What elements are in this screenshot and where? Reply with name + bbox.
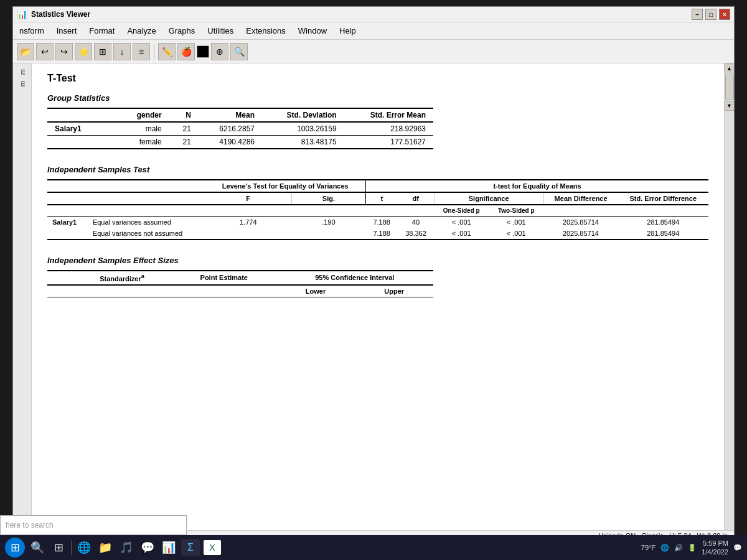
menu-utilities[interactable]: Utilities	[201, 24, 240, 38]
taskbar-time: 5:59 PM	[702, 539, 728, 548]
ind-row1-one: < .001	[434, 217, 489, 228]
eff-empty	[47, 271, 72, 285]
menu-help[interactable]: Help	[333, 24, 362, 38]
ind-sub2-stderr	[618, 205, 708, 217]
gs-col-gender: gender	[119, 108, 169, 122]
gs-row2-mean: 4190.4286	[199, 136, 262, 149]
taskbar-excel-icon[interactable]: X	[204, 540, 221, 555]
gs-row1-label: Salary1	[47, 122, 100, 136]
menu-graphs[interactable]: Graphs	[162, 24, 202, 38]
taskbar-app2-icon[interactable]: 💬	[139, 539, 156, 556]
taskbar-temperature: 79°F	[641, 544, 655, 551]
scroll-down[interactable]: ▼	[725, 101, 735, 111]
eff-ci-header: 95% Confidence Interval	[276, 271, 433, 285]
effect-sizes-table: Standardizera Point Estimate 95% Confide…	[47, 270, 433, 297]
gs-col-n: N	[169, 108, 199, 122]
scroll-thumb[interactable]	[725, 75, 734, 100]
gs-row1-empty	[100, 122, 118, 136]
taskbar-app1-icon[interactable]: 🎵	[118, 539, 135, 556]
gs-row2-n: 21	[169, 136, 199, 149]
close-button[interactable]: ×	[719, 9, 730, 20]
toolbar-lines-btn[interactable]: ≡	[133, 43, 150, 60]
ind-row2-sig	[291, 228, 365, 240]
left-panel-m2: m	[17, 78, 27, 89]
toolbar-plus-btn[interactable]: ⊕	[211, 43, 228, 60]
gs-row1-stddev: 1003.26159	[262, 122, 344, 136]
table-row: Salary1 male 21 6216.2857 1003.26159 218…	[47, 122, 433, 136]
search-placeholder: here to search	[6, 521, 54, 530]
taskbar-time-display[interactable]: 5:59 PM 1/4/2022	[702, 539, 728, 557]
ind-row1-sig: .190	[291, 217, 365, 228]
ind-sub2-df	[398, 205, 434, 217]
taskbar-notification-icon[interactable]: 💬	[733, 544, 742, 552]
table-row: Salary1 Equal variances assumed 1.774 .1…	[47, 217, 708, 228]
taskbar-edge-icon[interactable]: 🌐	[75, 539, 93, 556]
menu-insert[interactable]: Insert	[50, 24, 83, 38]
toolbar-arrow-btn[interactable]: ↓	[113, 43, 131, 60]
ind-sub2-two-sided: Two-Sided p	[489, 205, 543, 217]
left-panel-m1: m	[17, 67, 27, 77]
toolbar-star-btn[interactable]: ⭐	[75, 43, 92, 60]
ind-sub-df: df	[398, 192, 434, 205]
gs-row2-label	[47, 136, 100, 149]
toolbar-back-btn[interactable]: ↩	[36, 43, 54, 60]
effect-sizes-title: Independent Samples Effect Sizes	[47, 256, 708, 265]
eff-empty2	[47, 285, 72, 297]
menu-nsform[interactable]: nsform	[13, 24, 50, 38]
ind-row1-var: Salary1	[47, 217, 88, 228]
menu-analyze[interactable]: Analyze	[121, 24, 162, 38]
eff-upper: Upper	[355, 285, 433, 297]
eff-std2	[72, 285, 172, 297]
menu-extensions[interactable]: Extensions	[240, 24, 292, 38]
gs-row1-mean: 6216.2857	[199, 122, 262, 136]
eff-pe2	[172, 285, 276, 297]
menu-format[interactable]: Format	[83, 24, 121, 38]
scroll-up[interactable]: ▲	[725, 63, 735, 73]
ind-levene-header: Levene's Test for Equality of Variances	[205, 180, 365, 192]
taskbar-network-icon[interactable]: 🌐	[660, 544, 669, 552]
ind-ttest-header: t-test for Equality of Means	[366, 180, 708, 192]
taskbar-search-icon[interactable]: 🔍	[29, 539, 46, 556]
ind-sub2-f	[205, 205, 291, 217]
toolbar-forward-btn[interactable]: ↪	[55, 43, 73, 60]
taskbar-app3-icon[interactable]: 📊	[160, 539, 177, 556]
independent-samples-table: Levene's Test for Equality of Variances …	[47, 179, 708, 240]
ind-sub2-t	[366, 205, 398, 217]
taskbar-right: 79°F 🌐 🔊 🔋 5:59 PM 1/4/2022 💬	[641, 539, 742, 557]
toolbar-separator-1	[154, 44, 154, 59]
start-button[interactable]: ⊞	[5, 538, 25, 558]
ind-row2-df: 38.362	[398, 228, 434, 240]
gs-col-empty2	[100, 108, 118, 122]
window-title: Statistics Viewer	[31, 10, 90, 19]
restore-button[interactable]: □	[705, 9, 716, 20]
ind-sub-stderr: Std. Error Difference	[618, 192, 708, 205]
main-window: 📊 Statistics Viewer – □ × nsform Insert …	[12, 6, 735, 541]
ind-sub-t: t	[366, 192, 398, 205]
taskbar-file-icon[interactable]: 📁	[96, 539, 114, 556]
menu-window[interactable]: Window	[292, 24, 333, 38]
toolbar-open-btn[interactable]: 📂	[17, 43, 34, 60]
toolbar-square-btn[interactable]	[197, 45, 209, 58]
toolbar-fruit-btn[interactable]: 🍎	[177, 43, 195, 60]
toolbar-edit-btn[interactable]: ✏️	[158, 43, 176, 60]
taskbar-widgets-icon[interactable]: ⊞	[50, 539, 67, 556]
gs-row2-stddev: 813.48175	[262, 136, 344, 149]
taskbar-volume-icon[interactable]: 🔊	[674, 544, 683, 552]
toolbar-grid-btn[interactable]: ⊞	[94, 43, 111, 60]
taskbar-battery-icon[interactable]: 🔋	[688, 544, 697, 552]
taskbar-sigma-icon[interactable]: Σ	[181, 539, 200, 556]
table-row: Equal variances not assumed 7.188 38.362…	[47, 228, 708, 240]
ind-row2-stderr: 281.85494	[618, 228, 708, 240]
scrollbar[interactable]: ▲ ▼	[724, 63, 734, 530]
ind-sub-meandiff: Mean Difference	[543, 192, 618, 205]
menu-bar: nsform Insert Format Analyze Graphs Util…	[13, 22, 734, 40]
search-bar: here to search	[0, 515, 187, 535]
gs-col-stderr: Std. Error Mean	[344, 108, 433, 122]
toolbar-search-btn[interactable]: 🔍	[230, 43, 248, 60]
group-statistics-title: Group Statistics	[47, 93, 708, 103]
eff-standardizer: Standardizera	[72, 271, 172, 285]
ind-sub-sig: Sig.	[291, 192, 365, 205]
gs-row1-group: male	[119, 122, 169, 136]
minimize-button[interactable]: –	[692, 9, 703, 20]
ind-row1-cond: Equal variances assumed	[88, 217, 205, 228]
